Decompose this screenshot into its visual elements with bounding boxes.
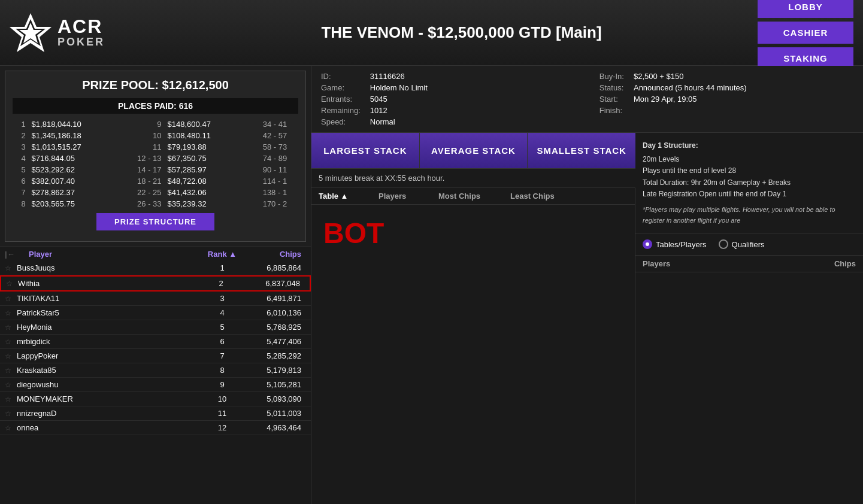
- player-star-icon: ☆: [5, 352, 14, 360]
- cashier-button[interactable]: CASHIER: [758, 22, 853, 44]
- player-star-icon: ☆: [5, 338, 14, 346]
- player-name: TIKITAKA11: [17, 294, 198, 303]
- player-chips: 5,285,292: [246, 351, 306, 360]
- tables-players-radio[interactable]: Tables/Players: [643, 239, 707, 249]
- player-chips: 5,477,406: [246, 337, 306, 346]
- qualifiers-label: Qualifiers: [732, 240, 765, 249]
- payout-row: 6 $382,007.40 18 - 21 $48,722.08 114 - 1: [13, 175, 298, 187]
- finish-label: Finish:: [599, 106, 624, 115]
- payout-row: 1 $1,818,044.10 9 $148,600.47 34 - 41: [13, 119, 298, 130]
- player-row[interactable]: ☆ nnizregnaD 11 5,011,003: [0, 406, 311, 421]
- player-col-header: Player: [29, 250, 198, 259]
- payout-table: 1 $1,818,044.10 9 $148,600.47 34 - 41 2 …: [13, 119, 298, 210]
- lobby-button[interactable]: LOBBY: [758, 0, 853, 18]
- player-chips: 5,093,090: [246, 394, 306, 403]
- tables-players-radio-dot: [643, 239, 652, 249]
- payout-row: 5 $523,292.62 14 - 17 $57,285.97 90 - 11: [13, 164, 298, 175]
- acr-logo-icon: [10, 12, 52, 54]
- player-row[interactable]: ☆ LappyPoker 7 5,285,292: [0, 349, 311, 363]
- player-star-icon: ☆: [5, 424, 14, 432]
- radio-section: Tables/Players Qualifiers: [635, 233, 863, 256]
- qualifiers-radio[interactable]: Qualifiers: [719, 239, 765, 249]
- collapse-icon[interactable]: |←: [5, 250, 17, 259]
- prize-structure-button[interactable]: PRIZE STRUCTURE: [96, 213, 214, 230]
- stack-section: LARGEST STACK AVERAGE STACK SMALLEST STA…: [311, 133, 635, 169]
- player-star-icon: ☆: [5, 264, 14, 272]
- day1-structure: Day 1 Structure: 20m Levels Plays until …: [635, 133, 863, 233]
- rank-col-header[interactable]: Rank ▲: [198, 250, 246, 259]
- bot-label: BOT: [311, 205, 635, 262]
- chips-header: Chips: [796, 259, 856, 268]
- entrants-label: Entrants:: [321, 95, 361, 104]
- player-row[interactable]: ☆ PatrickStar5 4 6,010,136: [0, 306, 311, 320]
- player-name: Kraskata85: [17, 366, 198, 375]
- player-chips: 5,011,003: [246, 409, 306, 418]
- player-name: diegowushu: [17, 380, 198, 389]
- largest-stack-button[interactable]: LARGEST STACK: [311, 133, 420, 168]
- tables-header: Table ▲ Players Most Chips Least Chips: [311, 188, 635, 205]
- player-chips: 5,768,925: [246, 323, 306, 332]
- start-label: Start:: [599, 95, 624, 104]
- player-name: PatrickStar5: [17, 308, 198, 317]
- day1-line4: Late Registration Open until the end of …: [643, 189, 856, 200]
- tables-players-label: Tables/Players: [656, 240, 707, 249]
- game-label: Game:: [321, 83, 361, 92]
- player-chips: 5,105,281: [246, 380, 306, 389]
- prize-pool-title: PRIZE POOL: $12,612,500: [13, 78, 298, 92]
- player-name: mrbigdick: [17, 337, 198, 346]
- day1-note: *Players may play multiple flights. Howe…: [643, 205, 856, 226]
- player-rank: 3: [198, 294, 246, 303]
- game-value: Holdem No Limit: [370, 83, 590, 92]
- logo-acr: ACR: [57, 17, 105, 36]
- qualifiers-radio-dot: [719, 239, 728, 249]
- day1-title: Day 1 Structure:: [643, 140, 856, 151]
- info-side: Day 1 Structure: 20m Levels Plays until …: [635, 133, 863, 504]
- player-chips: 6,010,136: [246, 308, 306, 317]
- break-notice: 5 minutes break at XX:55 each hour.: [311, 169, 635, 188]
- player-row[interactable]: ☆ BussJuuqs 1 6,885,864: [0, 261, 311, 275]
- most-chips-col-header: Most Chips: [438, 192, 498, 201]
- player-rank: 7: [198, 351, 246, 360]
- player-chips: 6,491,871: [246, 294, 306, 303]
- player-row[interactable]: ☆ mrbigdick 6 5,477,406: [0, 335, 311, 349]
- player-name: LappyPoker: [17, 351, 198, 360]
- player-row[interactable]: ☆ onnea 12 4,963,464: [0, 421, 311, 435]
- day1-line1: 20m Levels: [643, 154, 856, 165]
- smallest-stack-button[interactable]: SMALLEST STACK: [528, 133, 635, 168]
- player-rank: 5: [198, 323, 246, 332]
- status-value: Announced (5 hours 44 minutes): [634, 83, 853, 92]
- player-star-icon: ☆: [5, 395, 14, 403]
- payout-row: 8 $203,565.75 26 - 33 $35,239.32 170 - 2: [13, 198, 298, 210]
- action-buttons: LOBBY CASHIER STAKING: [758, 0, 853, 69]
- speed-value: Normal: [370, 117, 590, 126]
- player-row[interactable]: ☆ Withia 2 6,837,048: [0, 275, 311, 292]
- day1-line2: Plays until the end of level 28: [643, 165, 856, 177]
- player-row[interactable]: ☆ MONEYMAKER 10 5,093,090: [0, 392, 311, 406]
- payout-row: 2 $1,345,186.18 10 $108,480.11 42 - 57: [13, 130, 298, 141]
- table-col-header[interactable]: Table ▲: [319, 192, 367, 201]
- player-star-icon: ☆: [5, 323, 14, 332]
- player-star-icon: ☆: [5, 294, 14, 303]
- player-row[interactable]: ☆ TIKITAKA11 3 6,491,871: [0, 292, 311, 306]
- logo-text: ACR POKER: [57, 17, 105, 48]
- player-rank: 8: [198, 366, 246, 375]
- average-stack-button[interactable]: AVERAGE STACK: [420, 133, 528, 168]
- player-list-header: |← Player Rank ▲ Chips: [0, 247, 311, 261]
- player-row[interactable]: ☆ diegowushu 9 5,105,281: [0, 378, 311, 392]
- logo-area: ACR POKER: [10, 12, 165, 54]
- tournament-info: ID: 31116626 Buy-In: $2,500 + $150 Game:…: [311, 66, 863, 133]
- player-name: HeyMonia: [17, 323, 198, 332]
- player-row[interactable]: ☆ Kraskata85 8 5,179,813: [0, 363, 311, 378]
- tables-section: Table ▲ Players Most Chips Least Chips B…: [311, 188, 635, 504]
- player-name: Withia: [18, 279, 197, 288]
- player-chips: 6,837,048: [245, 279, 305, 288]
- main-content: PRIZE POOL: $12,612,500 PLACES PAID: 616…: [0, 66, 863, 504]
- player-name: nnizregnaD: [17, 409, 198, 418]
- start-value: Mon 29 Apr, 19:05: [634, 95, 853, 104]
- players-col-header: Players: [378, 192, 426, 201]
- player-chips: 5,179,813: [246, 366, 306, 375]
- player-name: BussJuuqs: [17, 263, 198, 272]
- player-star-icon: ☆: [6, 280, 16, 288]
- player-row[interactable]: ☆ HeyMonia 5 5,768,925: [0, 320, 311, 335]
- player-star-icon: ☆: [5, 309, 14, 317]
